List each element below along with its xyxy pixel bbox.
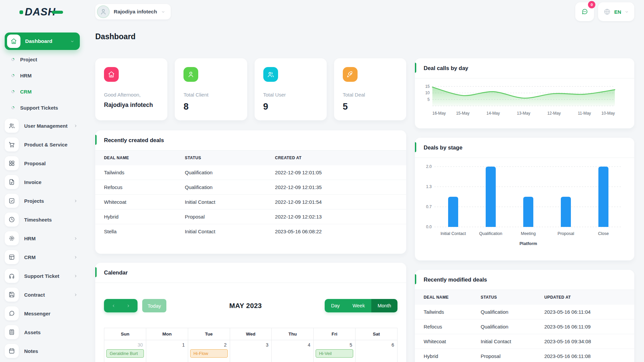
calendar-week-row: 30Geraldine Burt12Hi-Flow345Hi-Veil6 (104, 340, 397, 362)
weekday-header-sat: Sat (356, 328, 397, 340)
avatar (97, 5, 110, 18)
cell-updated-at: 2023-05-16 09:34:08 (536, 334, 634, 349)
calendar-panel: Calendar Today MAY 2023 DayWeekMonth Sun… (95, 263, 406, 362)
sidebar-sub-menu: ProjectHRMCRMSupport Tickets (0, 51, 85, 116)
messages-badge: 0 (588, 1, 595, 8)
svg-text:11-May: 11-May (578, 111, 591, 116)
sidebar-item-assets[interactable]: Assets (0, 323, 85, 342)
sidebar-item-support-ticket[interactable]: Support Ticket (0, 266, 85, 285)
column-header-updated-at: UPDATED AT (536, 290, 634, 305)
calendar-view-month-button[interactable]: Month (371, 299, 397, 312)
bullet-icon (11, 57, 15, 62)
sidebar-subitem-hrm[interactable]: HRM (0, 67, 85, 83)
headphones-icon (5, 269, 19, 283)
calendar-day-cell[interactable]: 4 (272, 340, 314, 362)
cell-deal-name: Refocus (95, 180, 176, 195)
calendar-view-week-button[interactable]: Week (346, 299, 371, 312)
svg-text:15-May: 15-May (456, 111, 470, 116)
table-row: StellaInitial Contact2023-05-16 06:08:22 (95, 224, 406, 239)
svg-text:15: 15 (425, 84, 430, 89)
sidebar-item-projects[interactable]: Projects (0, 191, 85, 210)
cell-deal-name: Tailwinds (95, 165, 176, 180)
sidebar-item-label: Timesheets (24, 217, 52, 223)
cell-status: Proposal (176, 209, 266, 224)
brand-logo[interactable]: DASH (19, 6, 85, 18)
topbar: Rajodiya infotech 0 EN (85, 0, 644, 23)
sidebar-item-label: Projects (24, 198, 44, 204)
sidebar-item-crm[interactable]: CRM (0, 248, 85, 266)
recently-modified-deals-panel: Recently modified deals DEAL NAMESTATUSU… (415, 270, 634, 362)
panel-header: Recently modified deals (415, 270, 634, 290)
calendar-grid: SunMonTueWedThuFriSat30Geraldine Burt12H… (104, 328, 397, 362)
sidebar-item-label: Proposal (24, 161, 46, 166)
calendar-day-cell[interactable]: 5Hi-Veil (314, 340, 356, 362)
cell-created-at: 2022-12-09 12:01:35 (266, 180, 406, 195)
sidebar-item-timesheets[interactable]: Timesheets (0, 210, 85, 229)
table-header-row: DEAL NAMESTATUSCREATED AT (95, 150, 406, 165)
weekday-header-sun: Sun (104, 328, 146, 340)
calendar-day-cell[interactable]: 1 (146, 340, 188, 362)
language-selector[interactable]: EN (598, 2, 634, 21)
calendar-event[interactable]: Hi-Veil (316, 349, 353, 358)
cell-updated-at: 2023-05-16 06:11:09 (536, 319, 634, 334)
table-row: WhitecoatInitial Contact2023-05-16 09:34… (415, 334, 634, 349)
main-content: Dashboard Good Afternoon,Rajodiya infote… (95, 23, 634, 362)
sidebar-item-messenger[interactable]: Messenger (0, 304, 85, 323)
calendar-icon (5, 344, 19, 358)
sidebar-item-user-management[interactable]: User Management (0, 116, 85, 135)
column-header-status: STATUS (176, 150, 266, 165)
calendar-event[interactable]: Hi-Flow (190, 349, 228, 358)
chevron-right-icon (73, 236, 78, 241)
cell-status: Initial Contact (176, 224, 266, 239)
sidebar-item-notes[interactable]: Notes (0, 342, 85, 360)
calendar-event[interactable]: Geraldine Burt (106, 349, 144, 358)
panel-title: Recently modified deals (424, 277, 487, 283)
check-square-icon (5, 194, 19, 208)
calendar-day-cell[interactable]: 3 (230, 340, 272, 362)
cell-deal-name: Whitecoat (95, 195, 176, 209)
sidebar-item-invoice[interactable]: Invoice (0, 173, 85, 191)
workspace-name: Rajodiya infotech (114, 9, 157, 15)
home-icon (104, 67, 119, 82)
calendar-date-number: 4 (272, 340, 313, 348)
clock-icon (5, 213, 19, 227)
calendar-day-cell[interactable]: 6 (356, 340, 397, 362)
cell-deal-name: Whitecoat (415, 334, 472, 349)
calendar-day-cell[interactable]: 2Hi-Flow (188, 340, 230, 362)
calendar-view-day-button[interactable]: Day (325, 299, 346, 312)
sidebar-item-dashboard[interactable]: Dashboard (5, 33, 80, 50)
cell-status: Qualification (472, 319, 536, 334)
sidebar-item-hrm[interactable]: HRM (0, 229, 85, 248)
calendar-next-button[interactable] (121, 299, 136, 312)
sidebar-item-label: HRM (24, 236, 36, 241)
sidebar-subitem-crm[interactable]: CRM (0, 83, 85, 100)
sidebar-subitem-support-tickets[interactable]: Support Tickets (0, 100, 85, 116)
cell-deal-name: Refocus (415, 319, 472, 334)
bullet-icon (11, 106, 15, 110)
messages-button[interactable]: 0 (575, 2, 594, 21)
calendar-date-number: 6 (356, 340, 397, 348)
sidebar-subitem-project[interactable]: Project (0, 51, 85, 67)
right-column: Deal calls by day 1510516-May15-May14-Ma… (415, 58, 634, 362)
chevron-right-icon (73, 293, 78, 297)
chevron-down-icon (70, 39, 74, 44)
cell-created-at: 2022-12-09 12:01:05 (266, 165, 406, 180)
calendar-day-cell[interactable]: 30Geraldine Burt (104, 340, 146, 362)
calendar-prev-button[interactable] (106, 299, 121, 312)
sidebar-item-proposal[interactable]: Proposal (0, 154, 85, 173)
sidebar-item-product-service[interactable]: Product & Service (0, 135, 85, 154)
stat-value: 9 (263, 102, 318, 112)
chat-icon (5, 306, 19, 320)
sidebar-item-contract[interactable]: Contract (0, 285, 85, 304)
column-header-status: STATUS (472, 290, 536, 305)
layout-icon (5, 250, 19, 264)
calendar-today-button[interactable]: Today (142, 299, 166, 312)
topbar-actions: 0 EN (575, 2, 634, 21)
left-column: Good Afternoon,Rajodiya infotechTotal Cl… (95, 58, 406, 362)
language-code: EN (614, 9, 621, 15)
column-header-deal-name: DEAL NAME (95, 150, 176, 165)
svg-text:Proposal: Proposal (557, 231, 574, 236)
deal-calls-by-day-panel: Deal calls by day 1510516-May15-May14-Ma… (415, 58, 634, 128)
cell-status: Qualification (176, 180, 266, 195)
workspace-selector[interactable]: Rajodiya infotech (95, 4, 171, 19)
